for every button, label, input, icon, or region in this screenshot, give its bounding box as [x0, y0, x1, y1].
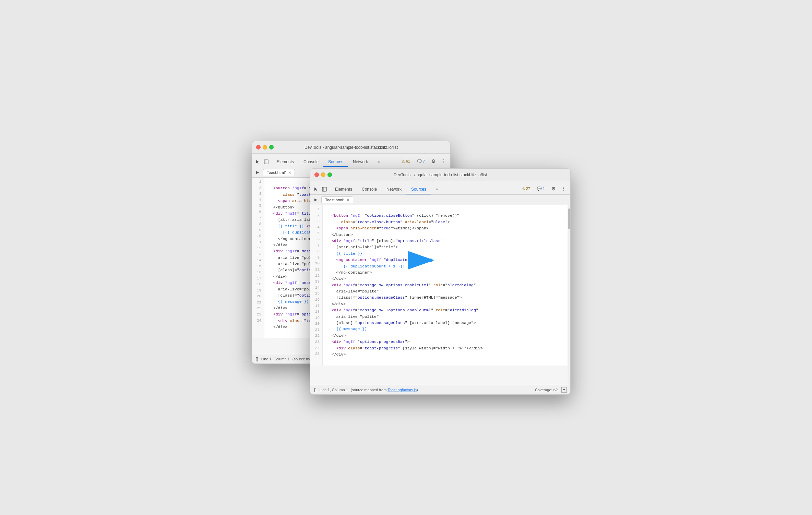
back-tabs-right: ⚠ 61 💬 7 ⚙ ⋮ — [399, 157, 447, 167]
back-file-tab[interactable]: Toast.html* ✕ — [263, 169, 295, 176]
front-warning-icon: ⚠ — [522, 187, 525, 191]
front-more-icon[interactable]: ⋮ — [560, 185, 568, 192]
back-info-badge[interactable]: 💬 7 — [415, 158, 427, 164]
back-panel-run-icon[interactable]: ▶ — [255, 170, 260, 175]
front-info-count: 1 — [543, 187, 545, 191]
back-title-bar: DevTools - angular-sample-todo-list.stac… — [252, 141, 450, 154]
front-warning-count: 27 — [526, 187, 530, 191]
front-traffic-lights — [314, 172, 332, 177]
front-tab-more[interactable]: » — [431, 185, 443, 194]
front-file-tab[interactable]: Toast.html* ✕ — [321, 196, 353, 203]
back-tab-network[interactable]: Network — [348, 157, 373, 167]
front-info-badge[interactable]: 💬 1 — [535, 186, 547, 192]
front-status-source: (source mapped from Toast.ngfactory.js) — [351, 388, 418, 392]
maximize-button[interactable] — [269, 145, 274, 149]
front-scroll-to-bottom-icon[interactable]: ▼ — [561, 387, 567, 393]
front-scrollbar[interactable] — [568, 205, 570, 385]
front-status-position: Line 1, Column 1 — [320, 388, 348, 392]
back-tab-console[interactable]: Console — [299, 157, 323, 167]
front-tab-elements[interactable]: Elements — [330, 185, 357, 194]
front-status-bar: {} Line 1, Column 1 (source mapped from … — [310, 385, 570, 394]
front-devtools-window: DevTools - angular-sample-todo-list.stac… — [310, 168, 571, 395]
svg-rect-1 — [264, 160, 265, 164]
back-line-numbers: 12345 678910 1112131415 1617181920 21222… — [252, 178, 264, 338]
front-left-icons — [313, 186, 327, 194]
front-settings-icon[interactable]: ⚙ — [550, 185, 557, 192]
close-button[interactable] — [256, 145, 261, 149]
front-line-numbers: 12345 678910 1112131415 1617181920 21222… — [310, 205, 323, 366]
arrow — [408, 250, 435, 272]
back-tab-elements[interactable]: Elements — [272, 157, 299, 167]
front-minimize-button[interactable] — [321, 172, 325, 177]
traffic-lights — [256, 145, 274, 149]
front-source-link[interactable]: Toast.ngfactory.js — [387, 388, 417, 392]
front-code-lines: <button *ngIf="options.closeButton" (cli… — [323, 205, 487, 366]
back-tabs-bar: Elements Console Sources Network » ⚠ 61 … — [252, 154, 450, 167]
scene: DevTools - angular-sample-todo-list.stac… — [252, 131, 560, 384]
back-more-icon[interactable]: ⋮ — [440, 157, 447, 165]
front-code-area: 12345 678910 1112131415 1617181920 21222… — [310, 205, 570, 366]
front-warning-badge[interactable]: ⚠ 27 — [520, 186, 532, 192]
front-panel-run-icon[interactable]: ▶ — [313, 197, 319, 203]
back-file-tab-name: Toast.html* — [267, 170, 286, 175]
front-window-title: DevTools - angular-sample-todo-list.stac… — [394, 172, 487, 177]
panel-icon[interactable] — [263, 159, 269, 165]
back-warning-icon: ⚠ — [402, 159, 405, 164]
back-settings-icon[interactable]: ⚙ — [430, 157, 437, 165]
front-scrollbar-thumb[interactable] — [568, 208, 570, 229]
front-file-tab-name: Toast.html* — [325, 198, 345, 202]
front-code-wrapper: 12345 678910 1112131415 1617181920 21222… — [310, 205, 570, 385]
front-tab-sources[interactable]: Sources — [406, 185, 431, 194]
back-status-icon: {} — [255, 356, 259, 361]
front-tabs-right: ⚠ 27 💬 1 ⚙ ⋮ — [520, 185, 568, 194]
back-status-position: Line 1, Column 1 — [261, 357, 290, 361]
front-panel-icon[interactable] — [321, 186, 327, 192]
cursor-icon[interactable] — [255, 159, 261, 165]
front-info-icon: 💬 — [537, 187, 542, 191]
front-maximize-button[interactable] — [327, 172, 332, 177]
front-status-icon: {} — [314, 387, 317, 392]
front-title-bar: DevTools - angular-sample-todo-list.stac… — [310, 169, 570, 181]
front-cursor-icon[interactable] — [313, 186, 319, 192]
back-window-title: DevTools - angular-sample-todo-list.stac… — [304, 145, 398, 150]
front-code-content: 12345 678910 1112131415 1617181920 21222… — [310, 205, 570, 366]
back-left-icons — [255, 159, 269, 167]
front-tab-network[interactable]: Network — [382, 185, 406, 194]
back-tab-more[interactable]: » — [373, 157, 385, 167]
minimize-button[interactable] — [263, 145, 267, 149]
back-tab-sources[interactable]: Sources — [323, 157, 348, 167]
back-file-tab-close[interactable]: ✕ — [288, 171, 291, 175]
front-status-coverage: Coverage: n/a — [535, 388, 559, 392]
front-tabs-bar: Elements Console Network Sources » ⚠ 27 … — [310, 181, 570, 195]
front-close-button[interactable] — [314, 172, 319, 177]
front-devtools-body: Elements Console Network Sources » ⚠ 27 … — [310, 181, 570, 394]
front-file-tabs-bar: ▶ Toast.html* ✕ — [310, 195, 570, 205]
front-tab-console[interactable]: Console — [357, 185, 382, 194]
front-file-tab-close[interactable]: ✕ — [347, 198, 349, 202]
back-info-count: 7 — [423, 159, 425, 163]
svg-rect-5 — [322, 187, 324, 191]
back-info-icon: 💬 — [417, 159, 422, 164]
back-warning-badge[interactable]: ⚠ 61 — [399, 158, 412, 164]
back-warning-count: 61 — [406, 159, 410, 163]
